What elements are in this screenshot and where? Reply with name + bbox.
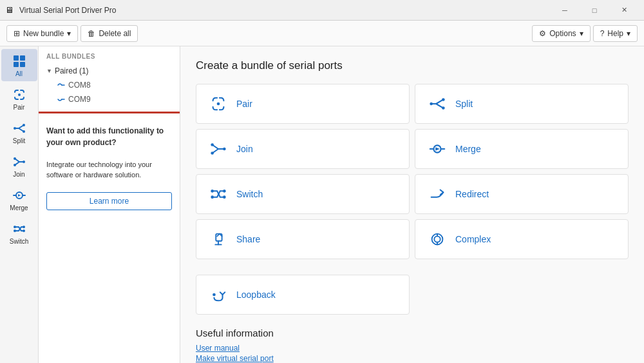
promo-heading: Want to add this functionality to your o… <box>46 126 164 147</box>
bundle-card-switch[interactable]: Switch <box>196 174 410 214</box>
delete-all-icon: 🗑 <box>88 29 95 38</box>
bundle-card-pair-label: Pair <box>236 99 252 109</box>
virtual-port-link[interactable]: Make virtual serial port <box>196 354 629 363</box>
close-button[interactable]: ✕ <box>609 0 639 21</box>
chevron-down-icon: ▼ <box>46 68 52 74</box>
app-icon: 🖥 <box>5 5 15 15</box>
join-icon <box>12 155 26 169</box>
bundle-card-complex-label: Complex <box>455 234 491 244</box>
help-button[interactable]: ? Help ▾ <box>593 25 638 42</box>
bundle-cards-grid: Pair Split <box>196 84 629 259</box>
svg-point-15 <box>23 230 25 232</box>
bundle-card-merge[interactable]: Merge <box>415 129 629 169</box>
svg-point-14 <box>23 226 25 228</box>
sidebar-item-merge-label: Merge <box>10 204 28 211</box>
panel-header: All Bundles <box>39 46 180 64</box>
window-title: Virtual Serial Port Driver Pro <box>19 6 550 15</box>
useful-info-title: Useful information <box>196 328 629 338</box>
sidebar-item-switch-label: Switch <box>10 238 28 245</box>
bundle-card-pair[interactable]: Pair <box>196 84 410 124</box>
tree-item-com8-label: COM8 <box>68 81 91 90</box>
svg-point-9 <box>14 164 16 166</box>
delete-all-button[interactable]: 🗑 Delete all <box>80 25 138 42</box>
com9-icon <box>57 95 66 104</box>
sidebar-item-join-label: Join <box>13 171 24 178</box>
sidebar-item-merge[interactable]: Merge <box>1 183 37 215</box>
complex-card-icon <box>428 230 446 248</box>
bundle-card-join[interactable]: Join <box>196 129 410 169</box>
toolbar: ⊞ New bundle ▾ 🗑 Delete all ⚙ Options ▾ … <box>0 21 644 46</box>
options-label: Options <box>549 29 576 38</box>
merge-icon <box>12 188 26 202</box>
svg-point-17 <box>430 103 433 106</box>
bundle-card-split[interactable]: Split <box>415 84 629 124</box>
icon-sidebar: All Pair Split <box>0 46 39 363</box>
svg-point-4 <box>18 93 21 96</box>
svg-rect-2 <box>14 62 19 67</box>
title-bar: 🖥 Virtual Serial Port Driver Pro ─ □ ✕ <box>0 0 644 21</box>
svg-point-10 <box>23 161 25 163</box>
help-label: Help <box>607 29 623 38</box>
svg-point-18 <box>442 98 445 101</box>
promo-body: Integrate our technology into your softw… <box>46 161 152 179</box>
svg-point-13 <box>14 230 16 232</box>
sidebar-item-join[interactable]: Join <box>1 150 37 182</box>
svg-marker-24 <box>435 147 440 151</box>
tree-item-com9[interactable]: COM9 <box>39 92 180 106</box>
svg-point-6 <box>23 124 25 126</box>
svg-point-25 <box>211 190 214 193</box>
new-bundle-label: New bundle <box>23 29 64 38</box>
bundle-card-switch-label: Switch <box>236 189 263 199</box>
bundle-card-share[interactable]: Share <box>196 219 410 259</box>
minimize-button[interactable]: ─ <box>550 0 580 21</box>
svg-point-32 <box>213 293 216 297</box>
empty-cell <box>415 275 629 315</box>
svg-rect-1 <box>20 55 25 61</box>
bundle-card-complex[interactable]: Complex <box>415 219 629 259</box>
sidebar-item-pair[interactable]: Pair <box>1 83 37 115</box>
user-manual-link[interactable]: User manual <box>196 344 629 353</box>
bundle-card-join-label: Join <box>236 144 253 154</box>
svg-rect-3 <box>20 62 25 67</box>
switch-card-icon <box>209 185 227 203</box>
tree-group-label: Paired (1) <box>55 66 89 75</box>
new-bundle-button[interactable]: ⊞ New bundle ▾ <box>6 25 78 42</box>
window-controls: ─ □ ✕ <box>550 0 639 21</box>
sidebar-item-all-label: All <box>15 70 23 77</box>
help-arrow: ▾ <box>627 29 630 38</box>
sidebar-item-split[interactable]: Split <box>1 116 37 148</box>
tree-item-com9-label: COM9 <box>68 95 91 104</box>
promo-box: Want to add this functionality to your o… <box>39 119 180 187</box>
sidebar-item-split-label: Split <box>13 137 25 144</box>
sidebar-item-switch[interactable]: Switch <box>1 217 37 249</box>
maximize-button[interactable]: □ <box>580 0 609 21</box>
svg-point-7 <box>23 130 25 133</box>
bundle-card-share-label: Share <box>236 234 260 244</box>
bundle-card-loopback-label: Loopback <box>236 289 276 300</box>
share-card-icon <box>209 230 227 248</box>
sidebar-item-all[interactable]: All <box>1 49 37 81</box>
tree-item-com8[interactable]: COM8 <box>39 78 180 92</box>
tree-group-paired[interactable]: ▼ Paired (1) <box>39 64 180 78</box>
content-title: Create a bundle of serial ports <box>196 59 629 72</box>
svg-point-19 <box>442 106 445 110</box>
svg-point-26 <box>211 195 214 199</box>
sidebar-item-pair-label: Pair <box>14 104 25 111</box>
new-bundle-icon: ⊞ <box>14 29 20 38</box>
all-icon <box>12 54 26 68</box>
bundle-card-loopback[interactable]: Loopback <box>196 275 410 315</box>
switch-icon <box>12 222 26 236</box>
pair-icon <box>12 88 26 102</box>
bundle-card-merge-label: Merge <box>455 144 481 154</box>
bundle-card-redirect[interactable]: Redirect <box>415 174 629 214</box>
options-button[interactable]: ⚙ Options ▾ <box>532 25 590 42</box>
svg-point-12 <box>14 226 16 228</box>
bundle-card-split-label: Split <box>455 99 473 109</box>
content-area: Create a bundle of serial ports Pair <box>180 46 644 363</box>
learn-more-button[interactable]: Learn more <box>46 192 172 210</box>
svg-point-20 <box>211 143 214 146</box>
options-icon: ⚙ <box>539 29 546 38</box>
svg-point-22 <box>223 148 226 151</box>
loopback-card-icon <box>209 286 227 304</box>
join-card-icon <box>209 140 227 158</box>
